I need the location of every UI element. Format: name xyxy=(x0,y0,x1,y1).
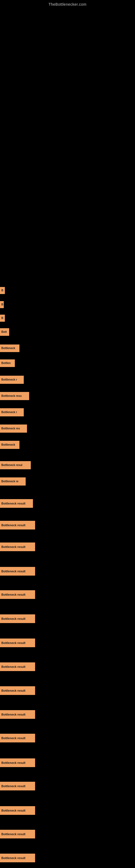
result-row-r6: Bottlen xyxy=(0,360,15,368)
bottleneck-result-label: Bottleneck result xyxy=(0,590,35,599)
result-row-r13: Bottleneck re xyxy=(0,477,26,487)
result-row-r16: Bottleneck result xyxy=(0,542,35,552)
bottleneck-result-label: Bottleneck result xyxy=(0,567,35,576)
bottleneck-result-label: B xyxy=(0,287,5,294)
result-row-r25: Bottleneck result xyxy=(0,758,35,768)
bottleneck-result-label: Bottleneck result xyxy=(0,806,35,815)
result-row-r17: Bottleneck result xyxy=(0,567,35,577)
site-title: TheBottlenecker.com xyxy=(0,0,135,6)
result-row-r22: Bottleneck result xyxy=(0,686,35,696)
result-row-r3: B xyxy=(0,315,5,323)
bottleneck-result-label: Bottleneck r xyxy=(0,376,24,384)
result-row-r8: Bottleneck resu xyxy=(0,392,29,401)
bottleneck-result-label: Bottleneck result xyxy=(0,662,35,671)
result-row-r19: Bottleneck result xyxy=(0,614,35,624)
bottleneck-result-label: Bottleneck re xyxy=(0,477,26,486)
bottleneck-result-label: Bottleneck xyxy=(0,344,19,352)
result-row-r15: Bottleneck result xyxy=(0,521,35,531)
result-row-r29: Bottleneck result xyxy=(0,854,35,863)
result-row-r27: Bottleneck result xyxy=(0,806,35,816)
result-row-r12: Bottleneck resul xyxy=(0,461,31,470)
result-row-r9: Bottleneck r xyxy=(0,408,24,417)
bottleneck-result-label: Bottleneck res xyxy=(0,425,27,433)
bottleneck-result-label: Bottlen xyxy=(0,360,15,367)
bottleneck-result-label: Bottleneck xyxy=(0,441,19,449)
result-row-r7: Bottleneck r xyxy=(0,376,24,385)
result-row-r28: Bottleneck result xyxy=(0,830,35,839)
bottleneck-result-label: Bott xyxy=(0,328,9,336)
result-row-r10: Bottleneck res xyxy=(0,425,27,434)
result-row-r1: B xyxy=(0,287,5,295)
result-row-r24: Bottleneck result xyxy=(0,734,35,744)
bottleneck-result-label: Bottleneck result xyxy=(0,521,35,529)
bottleneck-result-label: Bottleneck result xyxy=(0,710,35,719)
bottleneck-result-label: Bottleneck resul xyxy=(0,461,31,469)
result-row-r5: Bottleneck xyxy=(0,344,19,353)
result-row-r4: Bott xyxy=(0,328,9,337)
result-row-r21: Bottleneck result xyxy=(0,662,35,672)
bottleneck-result-label: Bottleneck result xyxy=(0,758,35,767)
result-row-r18: Bottleneck result xyxy=(0,590,35,600)
result-row-r23: Bottleneck result xyxy=(0,710,35,720)
result-row-r11: Bottleneck xyxy=(0,441,19,450)
result-row-r20: Bottleneck result xyxy=(0,639,35,648)
bottleneck-result-label: Bottleneck result xyxy=(0,782,35,790)
bottleneck-result-label: B xyxy=(0,315,5,322)
result-row-r2: B xyxy=(0,301,4,309)
bottleneck-result-label: Bottleneck r xyxy=(0,408,24,416)
bottleneck-result-label: Bottleneck result xyxy=(0,542,35,551)
result-row-r26: Bottleneck result xyxy=(0,782,35,792)
bottleneck-result-label: Bottleneck result xyxy=(0,830,35,838)
bottleneck-result-label: Bottleneck result xyxy=(0,499,33,508)
result-row-r14: Bottleneck result xyxy=(0,499,33,509)
bottleneck-result-label: B xyxy=(0,301,4,308)
bottleneck-result-label: Bottleneck result xyxy=(0,639,35,647)
bottleneck-result-label: Bottleneck result xyxy=(0,614,35,623)
bottleneck-result-label: Bottleneck result xyxy=(0,734,35,742)
bottleneck-result-label: Bottleneck result xyxy=(0,686,35,695)
bottleneck-result-label: Bottleneck result xyxy=(0,854,35,862)
bottleneck-result-label: Bottleneck resu xyxy=(0,392,29,400)
